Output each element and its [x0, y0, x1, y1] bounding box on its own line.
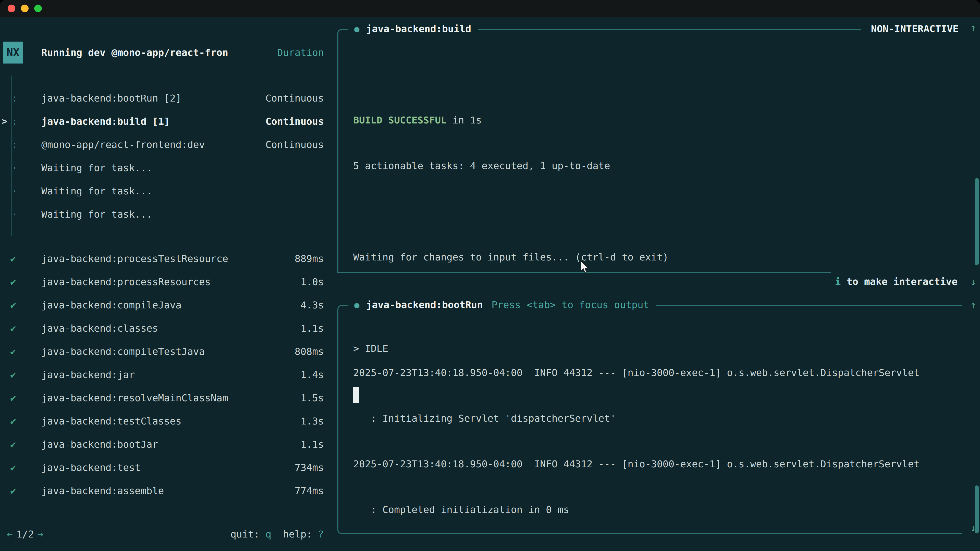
- task-duration: Continuous: [266, 93, 324, 104]
- task-row[interactable]: · Waiting for task...: [0, 156, 331, 179]
- zoom-button[interactable]: [34, 5, 42, 12]
- blank-line: [353, 200, 668, 223]
- non-interactive-badge: NON-INTERACTIVE: [861, 23, 965, 35]
- task-name: Waiting for task...: [41, 209, 152, 220]
- task-duration: Continuous: [266, 116, 324, 127]
- task-duration: 734ms: [295, 462, 324, 473]
- task-name: java-backend:resolveMainClassNam: [41, 392, 228, 403]
- quit-label: quit:: [231, 529, 266, 540]
- task-name: @mono-app/react-frontend:dev: [41, 139, 205, 150]
- gradle-progress-bar: <<<========---> 80% EXECUTING [59s]: [353, 544, 920, 551]
- page-indicator: 1/2: [16, 529, 34, 540]
- focus-output-hint: Press <tab> to focus output: [492, 299, 649, 310]
- task-row[interactable]: ✔ java-backend:compileTestJava 808ms: [0, 340, 331, 363]
- task-duration: 774ms: [295, 485, 324, 496]
- task-duration: 1.1s: [301, 323, 324, 334]
- close-button[interactable]: [8, 5, 15, 12]
- task-row[interactable]: ✔ java-backend:assemble 774ms: [0, 479, 331, 502]
- check-icon: ✔: [10, 369, 16, 380]
- scrollbar-thumb[interactable]: [975, 178, 979, 265]
- task-row[interactable]: · Waiting for task...: [0, 179, 331, 203]
- sidebar-footer: ← 1/2 → quit: q help: ?: [0, 522, 331, 546]
- task-spinner-icon: :: [11, 139, 18, 150]
- scroll-down-icon[interactable]: ↓: [967, 276, 979, 287]
- task-name: java-backend:test: [41, 462, 141, 473]
- task-name: java-backend:compileTestJava: [41, 346, 205, 357]
- task-row[interactable]: : @mono-app/react-frontend:dev Continuou…: [0, 133, 331, 156]
- progress-status: 80% EXECUTING [59s]: [441, 550, 558, 551]
- task-name: java-backend:processTestResource: [41, 253, 228, 264]
- scroll-up-icon[interactable]: ↑: [967, 22, 979, 33]
- task-name: java-backend:testClasses: [41, 416, 181, 427]
- task-row[interactable]: ✔ java-backend:testClasses 1.3s: [0, 410, 331, 433]
- scroll-up-icon[interactable]: ↑: [967, 299, 979, 310]
- check-icon: ✔: [10, 346, 16, 357]
- task-row[interactable]: ✔ java-backend:jar 1.4s: [0, 363, 331, 386]
- task-row[interactable]: ✔ java-backend:compileJava 4.3s: [0, 293, 331, 317]
- log-line: 2025-07-23T13:40:18.950-04:00 INFO 44312…: [353, 453, 920, 476]
- check-icon: ✔: [10, 253, 16, 264]
- task-duration: Continuous: [266, 139, 324, 150]
- interactive-hint-text: to make interactive: [841, 276, 958, 287]
- pane-title-text: java-backend:bootRun: [366, 299, 483, 310]
- pane-title-text: java-backend:build: [366, 23, 471, 35]
- task-name: java-backend:assemble: [41, 485, 164, 496]
- run-title: Running dev @mono-app/react-fron: [41, 47, 228, 58]
- pane-bullet-icon: ●: [354, 300, 360, 310]
- progress-open: <<<: [353, 550, 371, 551]
- log-line: : Completed initialization in 0 ms: [353, 498, 920, 521]
- build-successful-text: BUILD SUCCESSFUL: [353, 114, 447, 126]
- scrollbar-thumb[interactable]: [975, 486, 979, 534]
- next-page-arrow[interactable]: →: [38, 529, 43, 540]
- minimize-button[interactable]: [21, 5, 29, 12]
- duration-column-header: Duration: [277, 47, 324, 58]
- help-label: help:: [283, 529, 318, 540]
- task-row[interactable]: ✔ java-backend:classes 1.1s: [0, 317, 331, 340]
- task-name: java-backend:jar: [41, 369, 135, 380]
- task-row[interactable]: ✔ java-backend:resolveMainClassNam 1.5s: [0, 386, 331, 410]
- task-name: java-backend:classes: [41, 323, 158, 334]
- prev-page-arrow[interactable]: ←: [7, 529, 13, 540]
- tasks-summary-line: 5 actionable tasks: 4 executed, 1 up-to-…: [353, 154, 668, 178]
- check-icon: ✔: [10, 416, 16, 427]
- pane-bullet-icon: ●: [354, 24, 360, 34]
- task-row[interactable]: ✔ java-backend:processResources 1.0s: [0, 270, 331, 293]
- build-output-pane[interactable]: ● java-backend:build NON-INTERACTIVE BUI…: [337, 29, 965, 272]
- terminal-window: NX Running dev @mono-app/react-fron Dura…: [0, 0, 980, 551]
- check-icon: ✔: [10, 392, 16, 403]
- task-row[interactable]: ✔ java-backend:processTestResource 889ms: [0, 247, 331, 270]
- progress-fill: ========: [371, 550, 417, 551]
- task-name: Waiting for task...: [41, 186, 152, 197]
- mouse-cursor: [580, 261, 590, 277]
- progress-dashes: ---: [417, 550, 435, 551]
- bootrun-output: 2025-07-23T13:40:18.950-04:00 INFO 44312…: [353, 339, 920, 551]
- bootrun-output-pane[interactable]: ● java-backend:bootRun Press <tab> to fo…: [337, 305, 963, 534]
- bootrun-pane-title: ● java-backend:bootRun Press <tab> to fo…: [348, 299, 656, 310]
- build-time-text: in 1s: [447, 114, 482, 126]
- task-name: java-backend:bootRun [2]: [41, 93, 181, 104]
- build-pane-title: ● java-backend:build: [348, 23, 478, 35]
- task-row[interactable]: ✔ java-backend:test 734ms: [0, 456, 331, 479]
- task-name: Waiting for task...: [41, 162, 152, 173]
- task-row[interactable]: : java-backend:bootRun [2] Continuous: [0, 86, 331, 110]
- task-pending-icon: ·: [11, 186, 18, 197]
- waiting-line: Waiting for changes to input files... (c…: [353, 246, 668, 269]
- task-row-selected[interactable]: : java-backend:build [1] Continuous: [0, 110, 331, 133]
- task-row[interactable]: ✔ java-backend:bootJar 1.1s: [0, 433, 331, 456]
- task-spinner-icon: :: [11, 116, 18, 127]
- completed-task-list: ✔ java-backend:processTestResource 889ms…: [0, 247, 331, 502]
- task-duration: 808ms: [295, 346, 324, 357]
- task-duration: 1.4s: [301, 369, 324, 380]
- task-row[interactable]: · Waiting for task...: [0, 203, 331, 226]
- help-keys: quit: q help: ?: [231, 529, 324, 540]
- task-duration: 1.0s: [301, 276, 324, 287]
- nx-logo: NX: [3, 41, 23, 64]
- help-gap: [271, 529, 283, 540]
- task-duration: 1.1s: [301, 439, 324, 450]
- check-icon: ✔: [10, 323, 16, 334]
- quit-key: q: [266, 529, 271, 540]
- task-duration: 4.3s: [301, 300, 324, 311]
- build-result-line: BUILD SUCCESSFUL in 1s: [353, 109, 668, 132]
- task-pending-icon: ·: [11, 209, 18, 220]
- task-pending-icon: ·: [11, 162, 18, 173]
